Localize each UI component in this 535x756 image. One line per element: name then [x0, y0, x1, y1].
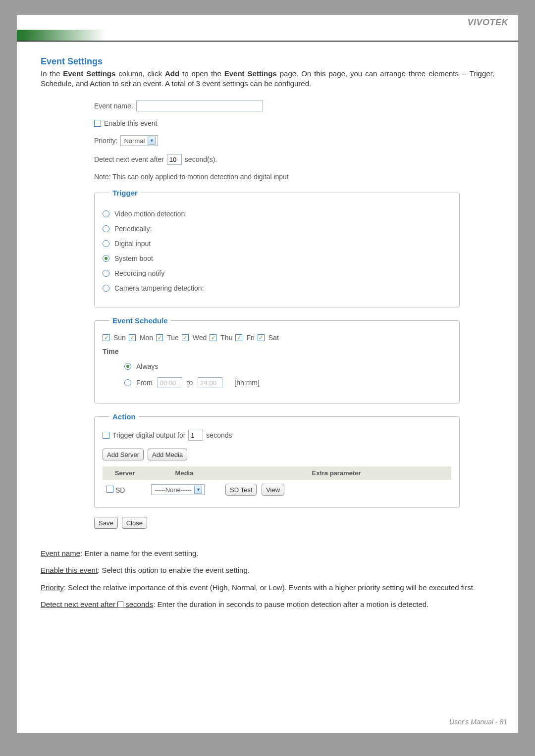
- day-fri-checkbox[interactable]: ✓: [235, 334, 242, 341]
- trigger-legend: Trigger: [109, 189, 141, 197]
- col-media: Media: [147, 466, 221, 480]
- footer-label: User's Manual -: [449, 718, 499, 726]
- time-from-input[interactable]: [158, 377, 182, 388]
- chevron-down-icon: ▼: [194, 486, 202, 494]
- time-always-radio[interactable]: [124, 363, 131, 370]
- section-heading: Event Settings: [41, 56, 494, 67]
- page-footer: User's Manual - 81: [449, 718, 507, 726]
- desc-event-name-text: : Enter a name for the event setting.: [80, 549, 198, 557]
- table-row: ✓ SD -----None----- ▼ SD Test View: [103, 480, 451, 500]
- chevron-down-icon: ▼: [148, 137, 156, 145]
- time-heading: Time: [103, 348, 451, 355]
- sd-checkbox[interactable]: ✓: [107, 486, 113, 493]
- detect-next-prefix: Detect next event after: [94, 155, 164, 163]
- day-sat-label: Sat: [268, 334, 279, 342]
- time-from-label: From: [136, 379, 153, 387]
- trigger-digital-input-label: Digital input: [114, 240, 151, 248]
- desc-enable-term: Enable this event: [41, 566, 98, 574]
- trigger-video-motion-label: Video motion detection:: [114, 210, 187, 218]
- event-name-label: Event name:: [94, 102, 133, 110]
- day-thu-label: Thu: [220, 334, 232, 342]
- time-to-input[interactable]: [198, 377, 222, 388]
- desc-priority-term: Priority: [41, 583, 64, 592]
- add-media-button[interactable]: Add Media: [148, 449, 187, 460]
- day-wed-label: Wed: [193, 334, 207, 342]
- enable-event-label: Enable this event: [104, 119, 157, 127]
- priority-label: Priority:: [94, 137, 117, 145]
- trigger-periodically-label: Periodically:: [114, 225, 152, 233]
- day-thu-checkbox[interactable]: ✓: [210, 334, 216, 341]
- schedule-fieldset: Event Schedule ✓Sun ✓Mon ✓Tue ✓Wed ✓Thu …: [94, 316, 460, 403]
- trigger-video-motion-radio[interactable]: [103, 210, 109, 217]
- schedule-legend: Event Schedule: [109, 316, 171, 325]
- priority-select[interactable]: Normal ▼: [120, 135, 158, 146]
- description-block: Event name: Enter a name for the event s…: [41, 549, 494, 609]
- trigger-system-boot-radio[interactable]: [103, 255, 109, 262]
- trigger-system-boot-label: System boot: [114, 254, 153, 262]
- day-mon-label: Mon: [140, 334, 153, 342]
- priority-select-value: Normal: [124, 137, 145, 145]
- time-hint: [hh:mm]: [234, 379, 260, 387]
- trigger-camera-tamper-radio[interactable]: [103, 285, 109, 292]
- day-sun-label: Sun: [113, 334, 126, 342]
- trigger-digital-output-prefix: Trigger digital output for: [112, 431, 185, 439]
- day-tue-label: Tue: [167, 334, 179, 342]
- intro-paragraph: In the Event Settings column, click Add …: [41, 69, 494, 88]
- schedule-days: ✓Sun ✓Mon ✓Tue ✓Wed ✓Thu ✓Fri ✓Sat: [103, 334, 451, 342]
- event-form: Event name: ✓ Enable this event Priority…: [94, 101, 460, 529]
- close-button[interactable]: Close: [122, 517, 147, 529]
- desc-enable-text: : Select this option to enable the event…: [98, 566, 250, 574]
- day-sat-checkbox[interactable]: ✓: [258, 334, 265, 341]
- sd-label: SD: [115, 486, 125, 494]
- add-server-button[interactable]: Add Server: [103, 449, 144, 460]
- sd-test-button[interactable]: SD Test: [225, 484, 257, 496]
- trigger-periodically-radio[interactable]: [103, 225, 109, 232]
- media-select[interactable]: -----None----- ▼: [151, 484, 205, 495]
- desc-detect-text: : Enter the duration in seconds to pause…: [153, 600, 428, 608]
- brand-logo: VIVOTEK: [467, 17, 508, 28]
- square-icon: [117, 602, 123, 607]
- view-button[interactable]: View: [262, 484, 284, 496]
- time-always-label: Always: [136, 362, 158, 370]
- trigger-camera-tamper-label: Camera tampering detection:: [114, 284, 204, 292]
- trigger-digital-output-checkbox[interactable]: ✓: [103, 432, 109, 439]
- trigger-digital-output-suffix: seconds: [206, 431, 232, 439]
- desc-priority-text: : Select the relative importance of this…: [64, 583, 475, 592]
- trigger-recording-notify-radio[interactable]: [103, 270, 109, 277]
- page-number: 81: [499, 718, 507, 726]
- media-select-value: -----None-----: [155, 486, 191, 494]
- day-mon-checkbox[interactable]: ✓: [129, 334, 136, 341]
- col-server: Server: [103, 466, 147, 480]
- detect-next-suffix: second(s).: [185, 155, 217, 163]
- time-from-radio[interactable]: [124, 379, 131, 386]
- header-bar: VIVOTEK: [17, 15, 518, 30]
- enable-event-checkbox[interactable]: ✓: [94, 120, 101, 127]
- col-extra: Extra parameter: [221, 466, 451, 480]
- trigger-digital-input-radio[interactable]: [103, 240, 109, 247]
- save-button[interactable]: Save: [94, 517, 118, 529]
- trigger-fieldset: Trigger Video motion detection: Periodic…: [94, 189, 460, 307]
- note-text: Note: This can only applied to motion de…: [94, 173, 289, 181]
- day-fri-label: Fri: [246, 334, 254, 342]
- action-legend: Action: [109, 412, 139, 421]
- action-fieldset: Action ✓ Trigger digital output for seco…: [94, 412, 460, 508]
- time-to-label: to: [187, 379, 193, 387]
- action-table: Server Media Extra parameter ✓ SD -----N…: [103, 466, 451, 500]
- day-tue-checkbox[interactable]: ✓: [156, 334, 163, 341]
- content-area: Event Settings In the Event Settings col…: [17, 42, 518, 609]
- manual-page: VIVOTEK Event Settings In the Event Sett…: [17, 15, 518, 733]
- trigger-digital-output-input[interactable]: [188, 430, 203, 441]
- trigger-recording-notify-label: Recording notify: [114, 269, 164, 277]
- desc-detect-term: Detect next event after seconds: [41, 600, 153, 608]
- day-wed-checkbox[interactable]: ✓: [182, 334, 189, 341]
- day-sun-checkbox[interactable]: ✓: [103, 334, 109, 341]
- desc-event-name-term: Event name: [41, 549, 80, 557]
- detect-next-input[interactable]: [167, 154, 182, 165]
- event-name-input[interactable]: [136, 101, 263, 111]
- header-divider: [17, 30, 518, 42]
